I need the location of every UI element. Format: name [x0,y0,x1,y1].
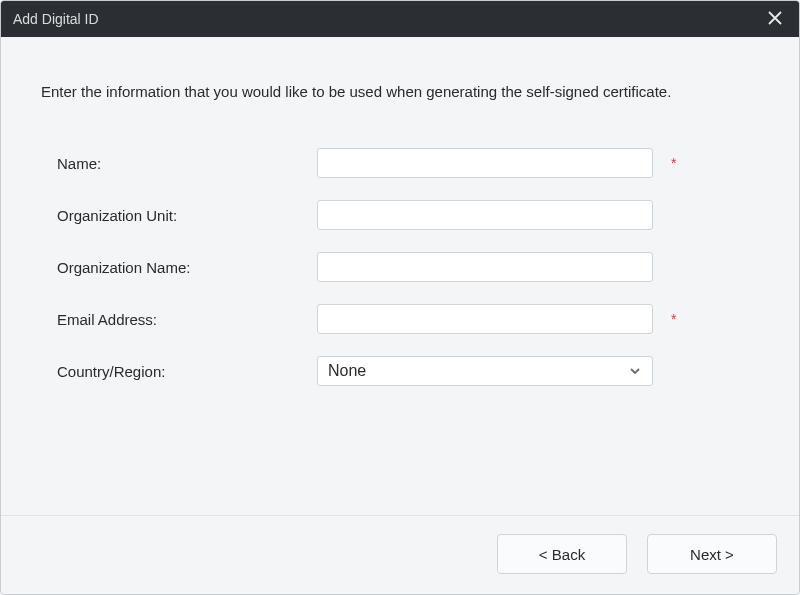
close-button[interactable] [763,7,787,31]
back-button[interactable]: < Back [497,534,627,574]
form-row-country: Country/Region: None [57,356,761,386]
name-required-marker: * [671,155,681,171]
dialog-body: Enter the information that you would lik… [1,37,799,515]
form-row-org-unit: Organization Unit: [57,200,761,230]
close-icon [768,11,782,28]
email-field-wrap [317,304,653,334]
org-name-input[interactable] [317,252,653,282]
chevron-down-icon [628,364,642,378]
email-input[interactable] [317,304,653,334]
org-unit-label: Organization Unit: [57,207,317,224]
country-label: Country/Region: [57,363,317,380]
instruction-text: Enter the information that you would lik… [41,83,761,100]
dialog-footer: < Back Next > [1,515,799,594]
next-button[interactable]: Next > [647,534,777,574]
titlebar: Add Digital ID [1,1,799,37]
name-label: Name: [57,155,317,172]
email-required-marker: * [671,311,681,327]
form-row-name: Name: * [57,148,761,178]
form-row-email: Email Address: * [57,304,761,334]
dialog-title: Add Digital ID [13,11,763,27]
name-field-wrap [317,148,653,178]
add-digital-id-dialog: Add Digital ID Enter the information tha… [0,0,800,595]
certificate-form: Name: * Organization Unit: Organization … [57,148,761,386]
country-field-wrap: None [317,356,653,386]
name-input[interactable] [317,148,653,178]
form-row-org-name: Organization Name: [57,252,761,282]
email-label: Email Address: [57,311,317,328]
country-select[interactable]: None [317,356,653,386]
org-name-field-wrap [317,252,653,282]
country-selected-value: None [328,362,628,380]
org-name-label: Organization Name: [57,259,317,276]
org-unit-input[interactable] [317,200,653,230]
org-unit-field-wrap [317,200,653,230]
